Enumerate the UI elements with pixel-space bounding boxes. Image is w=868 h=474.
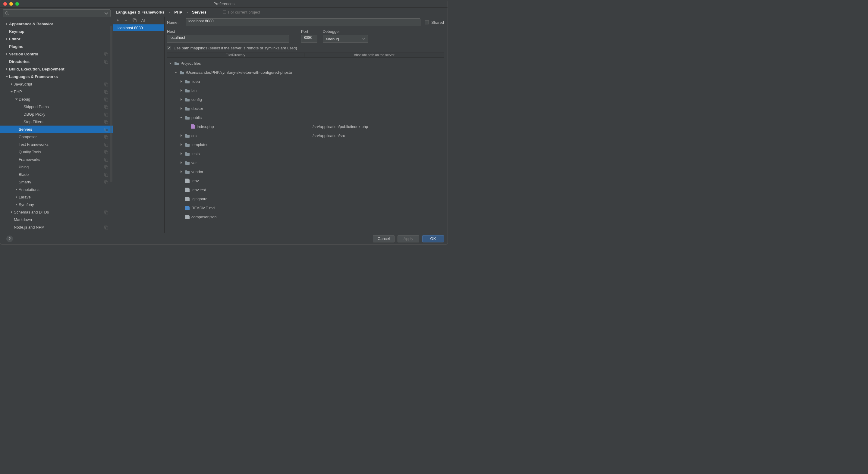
path-tree-row[interactable]: /Users/sander/PHP/symfony-skeleton-with-… bbox=[167, 68, 444, 77]
sidebar-item[interactable]: Schemas and DTDs bbox=[0, 208, 113, 216]
ok-button[interactable]: OK bbox=[422, 235, 444, 242]
chevron-down-icon bbox=[180, 116, 183, 119]
chevron-right-icon bbox=[180, 152, 183, 155]
project-scope-icon bbox=[104, 97, 108, 101]
sidebar-item[interactable]: Node.js and NPM bbox=[0, 224, 113, 231]
path-tree-row[interactable]: .gitignore bbox=[167, 194, 444, 203]
sidebar-item-label: Plugins bbox=[9, 44, 23, 49]
arrow-spacer bbox=[180, 215, 183, 218]
path-tree-row[interactable]: README.md bbox=[167, 203, 444, 212]
sidebar-item[interactable]: Plugins bbox=[0, 43, 113, 50]
path-mapping-value[interactable]: /srv/application/public/index.php bbox=[311, 124, 444, 129]
sidebar-item[interactable]: Debug bbox=[0, 96, 113, 103]
sidebar-item[interactable]: Markdown bbox=[0, 216, 113, 224]
sidebar-item[interactable]: Keymap bbox=[0, 28, 113, 35]
shared-label: Shared bbox=[431, 20, 444, 25]
path-tree-row[interactable]: .idea bbox=[167, 77, 444, 86]
path-mapping-value[interactable]: /srv/application/src bbox=[311, 133, 444, 138]
file-icon bbox=[185, 215, 190, 219]
path-tree-row[interactable]: composer.json bbox=[167, 212, 444, 221]
project-scope-icon bbox=[104, 120, 108, 124]
path-tree-row[interactable]: src/srv/application/src bbox=[167, 131, 444, 140]
sidebar-item[interactable]: JavaScript bbox=[0, 80, 113, 88]
chevron-right-icon bbox=[180, 107, 183, 110]
sidebar-item[interactable]: Languages & Frameworks bbox=[0, 73, 113, 80]
path-tree-row[interactable]: config bbox=[167, 95, 444, 104]
host-input[interactable]: localhost bbox=[167, 35, 289, 43]
php-file-icon bbox=[191, 124, 195, 129]
col-absolute-path: Absolute path on the server bbox=[304, 53, 444, 57]
crumb-0[interactable]: Languages & Frameworks bbox=[116, 10, 164, 14]
path-tree-row[interactable]: bin bbox=[167, 86, 444, 95]
path-tree-row[interactable]: .env bbox=[167, 176, 444, 185]
add-button[interactable]: ＋ bbox=[115, 18, 120, 23]
path-tree-row[interactable]: .env.test bbox=[167, 185, 444, 194]
path-tree-row[interactable]: var bbox=[167, 158, 444, 167]
chevron-right-icon bbox=[10, 211, 13, 214]
sidebar-item[interactable]: ReStructured Text bbox=[0, 231, 113, 233]
path-tree-row[interactable]: vendor bbox=[167, 167, 444, 176]
path-tree-row[interactable]: templates bbox=[167, 140, 444, 149]
path-tree-label: .env bbox=[191, 178, 199, 183]
path-tree-row[interactable]: Project files bbox=[167, 59, 444, 68]
copy-button[interactable] bbox=[132, 18, 137, 23]
path-mappings-tree[interactable]: Project files/Users/sander/PHP/symfony-s… bbox=[167, 58, 444, 233]
sidebar-item[interactable]: Annotations bbox=[0, 186, 113, 193]
remove-button[interactable]: − bbox=[124, 18, 128, 23]
port-input[interactable]: 8080 bbox=[301, 35, 317, 43]
arrow-spacer bbox=[10, 226, 13, 229]
sidebar-item[interactable]: Step Filters bbox=[0, 118, 113, 126]
sidebar-item[interactable]: Version Control bbox=[0, 50, 113, 58]
settings-tree[interactable]: Appearance & BehaviorKeymapEditorPlugins… bbox=[0, 19, 113, 233]
cancel-button[interactable]: Cancel bbox=[373, 235, 395, 242]
sidebar-item[interactable]: Smarty bbox=[0, 178, 113, 186]
project-scope-icon bbox=[104, 90, 108, 94]
path-table-header: File/Directory Absolute path on the serv… bbox=[167, 52, 444, 58]
sidebar-item[interactable]: Phing bbox=[0, 163, 113, 171]
sidebar-item[interactable]: Composer bbox=[0, 133, 113, 141]
debugger-select[interactable]: Xdebug bbox=[323, 35, 368, 43]
sidebar-item[interactable]: Build, Execution, Deployment bbox=[0, 65, 113, 73]
arrow-spacer bbox=[180, 206, 183, 209]
arrow-spacer bbox=[5, 60, 8, 63]
col-file-directory: File/Directory bbox=[167, 53, 304, 57]
help-button[interactable]: ? bbox=[6, 236, 13, 242]
arrow-spacer bbox=[20, 113, 23, 116]
path-tree-row[interactable]: public bbox=[167, 113, 444, 122]
sidebar-item[interactable]: Skipped Paths bbox=[0, 103, 113, 110]
sidebar-item[interactable]: Directories bbox=[0, 58, 113, 65]
server-item[interactable]: localhost 8080 bbox=[113, 24, 164, 31]
chevron-right-icon bbox=[15, 196, 18, 199]
sidebar-item[interactable]: PHP bbox=[0, 88, 113, 96]
sidebar-item[interactable]: Laravel bbox=[0, 193, 113, 201]
apply-button[interactable]: Apply bbox=[398, 235, 419, 242]
search-input[interactable] bbox=[3, 9, 111, 17]
sidebar-item[interactable]: Servers bbox=[0, 126, 113, 133]
sidebar-item[interactable]: Symfony bbox=[0, 201, 113, 208]
sidebar-item[interactable]: Blade bbox=[0, 171, 113, 178]
svg-rect-19 bbox=[105, 129, 108, 131]
sidebar-item[interactable]: DBGp Proxy bbox=[0, 110, 113, 118]
sidebar-item[interactable]: Editor bbox=[0, 35, 113, 43]
crumb-1[interactable]: PHP bbox=[174, 10, 182, 14]
sidebar-item[interactable]: Appearance & Behavior bbox=[0, 20, 113, 28]
svg-rect-35 bbox=[105, 212, 108, 214]
chevron-down-icon bbox=[104, 11, 108, 15]
project-scope-icon bbox=[104, 150, 108, 154]
path-tree-row[interactable]: docker bbox=[167, 104, 444, 113]
sidebar-item[interactable]: Frameworks bbox=[0, 156, 113, 163]
sidebar-item[interactable]: Quality Tools bbox=[0, 148, 113, 156]
arrow-spacer bbox=[180, 197, 183, 200]
arrow-spacer bbox=[15, 143, 18, 146]
sidebar-item[interactable]: Test Frameworks bbox=[0, 141, 113, 148]
name-input[interactable]: localhost 8080 bbox=[186, 19, 421, 26]
project-scope-icon bbox=[104, 105, 108, 109]
svg-rect-15 bbox=[105, 114, 108, 116]
import-button[interactable] bbox=[141, 18, 145, 23]
chevron-right-icon bbox=[15, 188, 18, 191]
path-tree-row[interactable]: index.php/srv/application/public/index.p… bbox=[167, 122, 444, 131]
use-path-mappings-checkbox[interactable] bbox=[167, 46, 171, 50]
sidebar-item-label: Laravel bbox=[19, 195, 32, 199]
shared-checkbox[interactable] bbox=[425, 20, 429, 24]
path-tree-row[interactable]: tests bbox=[167, 149, 444, 158]
